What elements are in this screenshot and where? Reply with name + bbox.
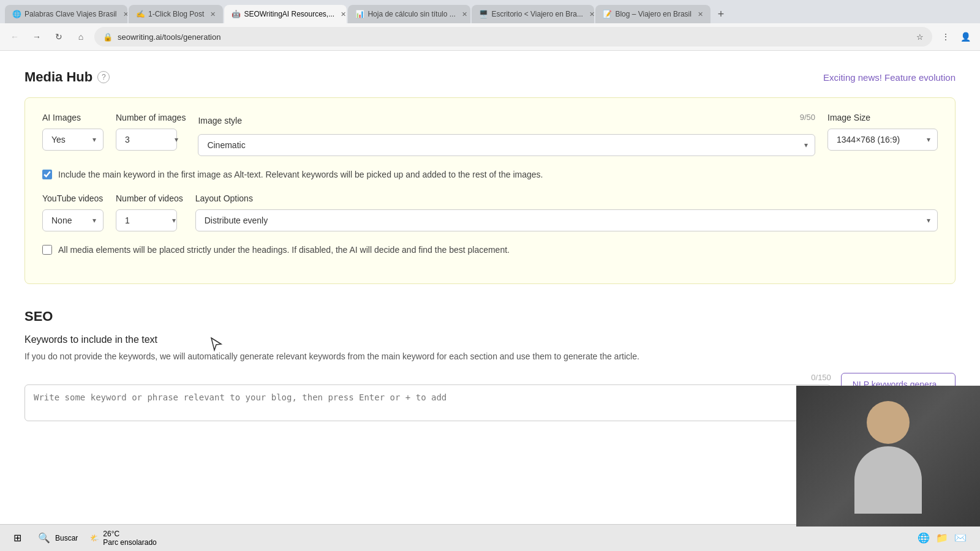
home-button[interactable]: ⌂ (72, 28, 89, 45)
tab-spreadsheet[interactable]: 📊 Hoja de cálculo sin título ... ✕ (348, 5, 470, 23)
taskbar-mail-icon[interactable]: ✉️ (953, 531, 968, 545)
tab-label-1: Palabras Clave Viajes Brasil (24, 10, 117, 18)
feature-link[interactable]: Exciting news! Feature evolution (823, 72, 956, 83)
ai-images-label: AI Images (42, 113, 104, 122)
tab-favicon-3: 🤖 (232, 10, 240, 18)
image-style-select-wrapper: Cinematic Realistic Artistic Abstract (198, 134, 815, 156)
search-taskbar[interactable]: 🔍 Buscar (32, 528, 83, 548)
tab-close-3[interactable]: ✕ (341, 10, 346, 18)
weather-label: Parc ensolarado (103, 538, 156, 547)
lock-icon: 🔒 (103, 32, 113, 42)
ai-images-group: AI Images Yes No (42, 113, 104, 151)
video-person (796, 386, 980, 527)
tab-1click-blog[interactable]: ✍️ 1-Click Blog Post ✕ (129, 5, 223, 23)
keywords-char-counter: 0/150 (24, 373, 831, 382)
image-size-group: Image Size 1344×768 (16:9) 768×1344 (9:1… (827, 113, 938, 151)
image-style-group: Image style 9/50 Cinematic Realistic Art… (198, 113, 815, 156)
tab-close-1[interactable]: ✕ (123, 10, 127, 18)
search-label: Buscar (55, 534, 78, 542)
images-row: AI Images Yes No Number of images 1 2 3 … (42, 113, 938, 156)
tab-escritorio[interactable]: 🖥️ Escritorio < Viajero en Bra... ✕ (472, 5, 594, 23)
checkbox2-label: All media elements will be placed strict… (58, 244, 510, 257)
num-videos-label: Number of videos (116, 193, 183, 203)
num-videos-select[interactable]: 1 2 3 4 (116, 209, 177, 231)
checkbox1-input[interactable] (42, 170, 52, 179)
tab-close-5[interactable]: ✕ (589, 10, 594, 18)
tab-favicon-6: 📝 (603, 10, 611, 18)
media-hub-header: Media Hub ? Exciting news! Feature evolu… (24, 69, 956, 85)
image-size-label: Image Size (827, 113, 938, 122)
back-button[interactable]: ← (6, 28, 23, 45)
nav-bar: ← → ↻ ⌂ 🔒 seowriting.ai/tools/generation… (0, 23, 980, 51)
profile-icon[interactable]: 👤 (957, 28, 974, 45)
taskbar-weather: 🌤️ 26°C Parc ensolarado (85, 527, 161, 549)
tab-favicon-2: ✍️ (136, 10, 145, 18)
num-images-select-wrapper: 1 2 3 4 5 (116, 129, 186, 151)
seo-title: SEO (24, 309, 956, 324)
tab-label-4: Hoja de cálculo sin título ... (368, 10, 455, 18)
image-size-select-wrapper: 1344×768 (16:9) 768×1344 (9:16) 1024×102… (827, 129, 938, 151)
tab-favicon-1: 🌐 (12, 10, 21, 18)
videos-row: YouTube videos None 1 2 3 Number of vide… (42, 193, 938, 231)
keywords-textarea-wrap: 0/150 (24, 373, 831, 424)
youtube-videos-label: YouTube videos (42, 193, 104, 203)
taskbar-folder-icon[interactable]: 📁 (935, 531, 949, 545)
checkbox2-input[interactable] (42, 245, 52, 255)
keywords-textarea[interactable] (24, 384, 831, 421)
image-size-select[interactable]: 1344×768 (16:9) 768×1344 (9:16) 1024×102… (827, 129, 938, 151)
taskbar: ⊞ 🔍 Buscar 🌤️ 26°C Parc ensolarado 🌐 📁 ✉… (0, 524, 980, 551)
taskbar-chrome-icon[interactable]: 🌐 (916, 531, 931, 545)
search-icon: 🔍 (37, 531, 51, 545)
tab-label-2: 1-Click Blog Post (148, 10, 204, 18)
person-head (867, 401, 910, 444)
num-videos-group: Number of videos 1 2 3 4 (116, 193, 183, 231)
weather-icon: 🌤️ (90, 534, 99, 542)
tab-bar: 🌐 Palabras Clave Viajes Brasil ✕ ✍️ 1-Cl… (0, 0, 980, 23)
keywords-desc: If you do not provide the keywords, we w… (24, 350, 956, 363)
tab-blog-brasil[interactable]: 📝 Blog – Viajero en Brasil ✕ (595, 5, 710, 23)
weather-temp: 26°C (103, 530, 156, 538)
image-style-select[interactable]: Cinematic Realistic Artistic Abstract (198, 134, 815, 156)
address-text: seowriting.ai/tools/generation (118, 32, 911, 42)
star-icon: ☆ (916, 32, 924, 42)
extensions-icon[interactable]: ⋮ (937, 28, 954, 45)
layout-options-select[interactable]: Distribute evenly Top Bottom (195, 209, 938, 231)
tab-close-2[interactable]: ✕ (210, 10, 216, 18)
tab-seowriting[interactable]: 🤖 SEOWritingAI Resources,... ✕ (224, 5, 347, 23)
layout-options-group: Layout Options Distribute evenly Top Bot… (195, 193, 938, 231)
tab-close-6[interactable]: ✕ (698, 10, 703, 18)
image-style-label: Image style (198, 116, 242, 126)
youtube-videos-select[interactable]: None 1 2 3 (42, 209, 104, 231)
checkbox1-label: Include the main keyword in the first im… (58, 168, 543, 181)
media-hub-help-icon[interactable]: ? (97, 71, 110, 83)
tab-favicon-5: 🖥️ (479, 10, 488, 18)
layout-options-label: Layout Options (195, 193, 938, 203)
new-tab-button[interactable]: + (712, 5, 730, 23)
tab-label-5: Escritorio < Viajero en Bra... (491, 10, 583, 18)
ai-images-select-wrapper: Yes No (42, 129, 104, 151)
checkbox2-row: All media elements will be placed strict… (42, 244, 938, 257)
media-hub-box: AI Images Yes No Number of images 1 2 3 … (24, 97, 956, 284)
layout-options-select-wrapper: Distribute evenly Top Bottom (195, 209, 938, 231)
tab-label-3: SEOWritingAI Resources,... (244, 10, 334, 18)
youtube-videos-select-wrapper: None 1 2 3 (42, 209, 104, 231)
checkbox1-row: Include the main keyword in the first im… (42, 168, 938, 181)
ai-images-select[interactable]: Yes No (42, 129, 104, 151)
nav-icons-right: ⋮ 👤 (937, 28, 974, 45)
num-images-select[interactable]: 1 2 3 4 5 (116, 129, 177, 151)
keywords-label: Keywords to include in the text (24, 334, 956, 345)
tab-close-4[interactable]: ✕ (462, 10, 467, 18)
reload-button[interactable]: ↻ (50, 28, 67, 45)
browser-chrome: 🌐 Palabras Clave Viajes Brasil ✕ ✍️ 1-Cl… (0, 0, 980, 51)
start-button[interactable]: ⊞ (5, 528, 29, 548)
num-videos-select-wrapper: 1 2 3 4 (116, 209, 183, 231)
tab-palabras-clave[interactable]: 🌐 Palabras Clave Viajes Brasil ✕ (5, 5, 127, 23)
image-counter: 9/50 (800, 113, 815, 128)
video-overlay (796, 386, 980, 527)
windows-icon: ⊞ (10, 531, 24, 545)
num-images-group: Number of images 1 2 3 4 5 (116, 113, 186, 151)
address-bar[interactable]: 🔒 seowriting.ai/tools/generation ☆ (94, 27, 932, 47)
tab-favicon-4: 📊 (355, 10, 364, 18)
forward-button[interactable]: → (28, 28, 45, 45)
num-images-label: Number of images (116, 113, 186, 122)
